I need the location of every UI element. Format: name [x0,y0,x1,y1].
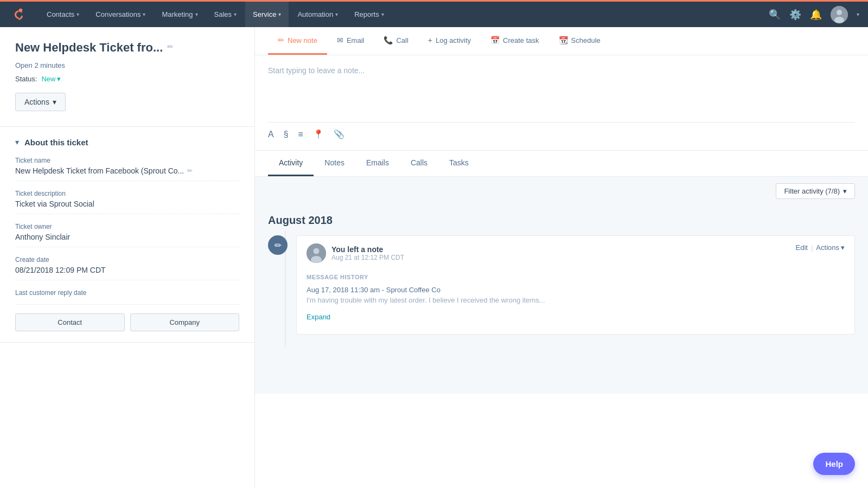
chevron-down-icon: ▾ [843,187,847,195]
timeline-item-icon: ✏ [268,235,288,255]
settings-icon[interactable]: ⚙️ [789,9,801,21]
chevron-down-icon: ▾ [234,11,237,17]
chevron-down-icon: ▾ [381,11,384,17]
field-ticket-name: Ticket name New Helpdesk Ticket from Fac… [15,157,239,181]
help-button[interactable]: Help [813,453,855,475]
attach-icon[interactable]: 📎 [334,129,344,139]
field-ticket-owner: Ticket owner Anthony Sinclair [15,223,239,247]
timeline-card-actions: Edit | Actions ▾ [796,243,845,252]
top-navigation: Contacts ▾ Conversations ▾ Marketing ▾ S… [0,0,868,27]
chevron-down-icon: ▾ [76,11,79,17]
pin-icon[interactable]: 📍 [313,129,324,139]
svg-point-1 [837,10,842,15]
filter-activity-button[interactable]: Filter activity (7/8) ▾ [776,183,855,199]
calendar-icon: 📆 [559,36,568,44]
message-item: Aug 17, 2018 11:30 am - Sprout Coffee Co… [307,286,845,304]
tab-email[interactable]: ✉ Email [327,27,374,55]
collapse-icon[interactable]: ▾ [15,138,19,146]
edit-inline-icon[interactable]: ✏ [187,167,193,175]
snippet-icon[interactable]: § [284,130,289,139]
ticket-title: New Helpdesk Ticket fro... [15,40,163,56]
actions-button[interactable]: Actions ▾ [15,93,66,111]
field-create-date: Create date 08/21/2018 12:09 PM CDT [15,256,239,280]
main-layout: New Helpdesk Ticket fro... ✏ Open 2 minu… [0,27,868,488]
nav-marketing[interactable]: Marketing ▾ [154,1,205,28]
right-panel: ✏ New note ✉ Email 📞 Call + Log activity… [255,27,868,488]
note-textarea[interactable] [268,66,855,120]
left-panel: New Helpdesk Ticket fro... ✏ Open 2 minu… [0,27,255,488]
nav-service[interactable]: Service ▾ [245,1,289,28]
message-history: MESSAGE HISTORY Aug 17, 2018 11:30 am - … [307,268,845,326]
tab-new-note[interactable]: ✏ New note [268,27,327,55]
timeline-action-text: You left a note [331,245,404,254]
expand-link[interactable]: Expand [307,313,330,321]
user-avatar-small [307,243,326,263]
timeline-item: ✏ [268,235,855,335]
company-button[interactable]: Company [130,313,240,331]
note-icon: ✏ [278,36,284,44]
tab-notes[interactable]: Notes [314,151,355,176]
tab-emails[interactable]: Emails [355,151,400,176]
notifications-icon[interactable]: 🔔 [810,9,822,21]
email-icon: ✉ [337,36,343,44]
message-preview: I'm having trouble with my latest order.… [307,296,845,304]
timeline-time: Aug 21 at 12:12 PM CDT [331,254,404,261]
svg-point-2 [834,17,844,23]
text-format-icon[interactable]: A [268,130,274,139]
tab-call[interactable]: 📞 Call [374,27,418,55]
timeline-edit-button[interactable]: Edit [796,243,808,252]
section-title: About this ticket [24,138,88,147]
tab-log-activity[interactable]: + Log activity [418,27,481,55]
svg-point-4 [314,248,320,254]
feed-area: Filter activity (7/8) ▾ August 2018 ✏ [255,177,868,394]
activity-tabs-bar: Activity Notes Emails Calls Tasks [255,151,868,177]
nav-conversations[interactable]: Conversations ▾ [88,1,153,28]
contact-button[interactable]: Contact [15,313,125,331]
about-ticket-section: ▾ About this ticket Ticket name New Help… [0,127,254,343]
timeline-actions-button[interactable]: Actions ▾ [816,243,845,252]
nav-sales[interactable]: Sales ▾ [207,1,245,28]
tab-calls[interactable]: Calls [400,151,438,176]
template-icon[interactable]: ≡ [298,130,303,139]
field-ticket-description: Ticket description Ticket via Sprout Soc… [15,190,239,214]
timeline: ✏ [255,231,868,348]
message-date: Aug 17, 2018 11:30 am - Sprout Coffee Co [307,286,845,294]
edit-icon[interactable]: ✏ [167,42,174,51]
ticket-header-card: New Helpdesk Ticket fro... ✏ Open 2 minu… [0,27,254,127]
status-label: Status: [15,75,37,83]
chevron-down-icon: ▾ [195,11,198,17]
field-last-reply: Last customer reply date [15,289,239,305]
nav-contacts[interactable]: Contacts ▾ [39,1,87,28]
nav-automation[interactable]: Automation ▾ [290,1,346,28]
task-icon: 📅 [490,36,500,44]
nav-right-icons: 🔍 ⚙️ 🔔 ▾ [769,6,859,23]
tab-create-task[interactable]: 📅 Create task [481,27,548,55]
tab-schedule[interactable]: 📆 Schedule [549,27,610,55]
chevron-down-icon: ▾ [57,75,61,83]
message-history-label: MESSAGE HISTORY [307,274,845,280]
pencil-icon: ✏ [275,240,282,251]
hubspot-logo[interactable] [9,5,28,24]
month-header: August 2018 [255,206,868,231]
nav-items: Contacts ▾ Conversations ▾ Marketing ▾ S… [39,1,769,28]
ticket-open-time: Open 2 minutes [15,61,239,69]
chevron-down-icon: ▾ [53,98,56,106]
user-avatar[interactable] [831,6,848,23]
phone-icon: 📞 [384,36,393,44]
action-tabs-bar: ✏ New note ✉ Email 📞 Call + Log activity… [255,27,868,55]
avatar-chevron-icon[interactable]: ▾ [857,11,859,17]
chevron-down-icon: ▾ [841,243,845,252]
nav-reports[interactable]: Reports ▾ [347,1,392,28]
plus-icon: + [428,36,432,44]
chevron-down-icon: ▾ [335,11,338,17]
status-badge[interactable]: New ▾ [41,75,61,83]
tab-tasks[interactable]: Tasks [438,151,480,176]
tab-activity[interactable]: Activity [268,151,314,176]
chevron-down-icon: ▾ [143,11,145,17]
note-toolbar: A § ≡ 📍 📎 [268,122,855,139]
chevron-down-icon: ▾ [278,11,281,17]
timeline-card: You left a note Aug 21 at 12:12 PM CDT E… [296,235,855,335]
note-input-area: A § ≡ 📍 📎 [255,55,868,151]
search-icon[interactable]: 🔍 [769,9,781,21]
